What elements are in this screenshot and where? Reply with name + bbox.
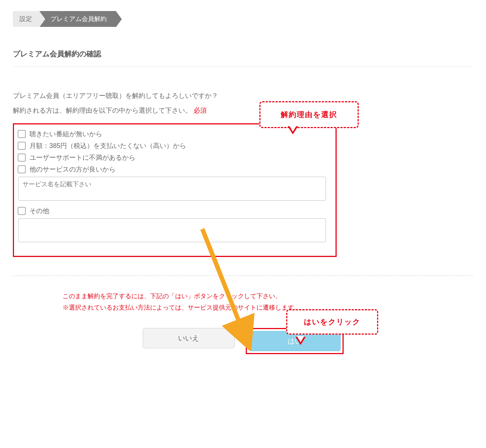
description-line-2: 解約される方は、解約理由を以下の中から選択して下さい。 必須 [13, 103, 473, 118]
breadcrumb-settings[interactable]: 設定 [13, 11, 39, 27]
reason-label-3: 他のサービスの方が良いから [29, 165, 116, 174]
reason-row-2: ユーザーサポートに不満があるから [18, 152, 332, 163]
checkbox-no-program[interactable] [18, 130, 26, 138]
annotation-click-yes-wrap: はいをクリック [286, 309, 378, 335]
reason-label-0: 聴きたい番組が無いから [29, 130, 102, 138]
notice-line-2: ※選択されているお支払い方法によっては、サービス提供元のサイトに遷移します。 [63, 302, 473, 314]
notice-text: このまま解約を完了するには、下記の「はい」ボタンをクリックして下さい。 ※選択さ… [13, 291, 473, 313]
confirmation-text: プレミアム会員（エリアフリー聴取）を解約してもよろしいですか？ 解約される方は、… [13, 89, 473, 118]
description-line-1: プレミアム会員（エリアフリー聴取）を解約してもよろしいですか？ [13, 89, 473, 103]
reason-label-1: 月額：385円（税込）を支払いたくない（高い）から [29, 141, 186, 150]
other-reason-input[interactable] [18, 218, 326, 242]
reason-label-4: その他 [29, 207, 49, 215]
reason-row-4: その他 [18, 205, 332, 217]
page-title: プレミアム会員解約の確認 [13, 49, 473, 59]
notice-line-1: このまま解約を完了するには、下記の「はい」ボタンをクリックして下さい。 [63, 291, 473, 302]
page-container: 設定 プレミアム会員解約 プレミアム会員解約の確認 プレミアム会員（エリアフリー… [0, 0, 486, 365]
no-button[interactable]: いいえ [143, 328, 235, 348]
checkbox-other[interactable] [18, 207, 26, 215]
breadcrumb-cancel-premium: プレミアム会員解約 [39, 11, 116, 27]
required-label: 必須 [194, 107, 207, 114]
breadcrumb: 設定 プレミアム会員解約 [13, 11, 473, 27]
reason-row-3: 他のサービスの方が良いから [18, 163, 332, 175]
checkbox-price[interactable] [18, 142, 26, 150]
divider [13, 66, 473, 67]
button-row: いいえ はい [13, 328, 473, 354]
annotation-select-reason: 解約理由を選択 [259, 101, 359, 128]
annotation-click-yes: はいをクリック [286, 309, 378, 335]
dotted-divider [13, 275, 473, 276]
reason-selection-box: 聴きたい番組が無いから 月額：385円（税込）を支払いたくない（高い）から ユー… [13, 123, 337, 257]
checkbox-other-service[interactable] [18, 165, 26, 173]
checkbox-support[interactable] [18, 154, 26, 162]
reason-row-0: 聴きたい番組が無いから [18, 128, 332, 140]
reason-label-2: ユーザーサポートに不満があるから [29, 153, 135, 162]
service-name-input[interactable] [18, 177, 326, 201]
reason-row-1: 月額：385円（税込）を支払いたくない（高い）から [18, 140, 332, 152]
